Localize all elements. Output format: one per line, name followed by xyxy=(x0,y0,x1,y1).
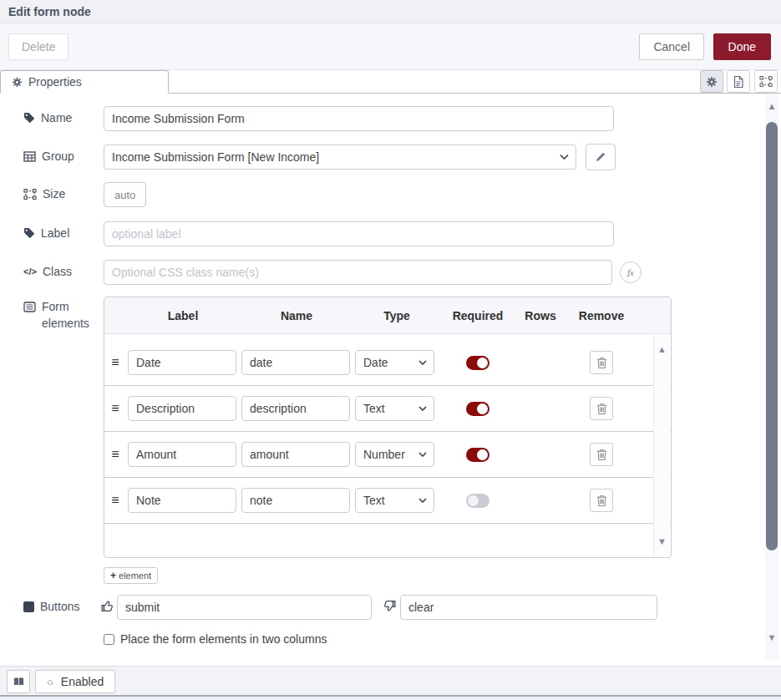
element-label-input[interactable] xyxy=(128,442,236,467)
element-type-select[interactable]: Text xyxy=(355,396,434,421)
element-name-input[interactable] xyxy=(241,442,350,467)
gear-icon xyxy=(12,77,23,88)
code-icon: </> xyxy=(23,266,37,276)
done-button[interactable]: Done xyxy=(713,33,771,60)
col-header-remove: Remove xyxy=(565,309,637,322)
form-element-row: ≡ Text xyxy=(104,478,671,524)
gear-icon xyxy=(706,76,718,88)
element-label-input[interactable] xyxy=(128,350,236,375)
edit-form-node-dialog: Edit form node Delete Cancel Done Proper… xyxy=(0,0,781,700)
form-elements-table: Label Name Type Required Rows Remove ≡ D… xyxy=(104,297,672,558)
tag-icon xyxy=(23,227,35,239)
size-auto-button[interactable]: auto xyxy=(104,182,146,207)
required-toggle[interactable] xyxy=(466,402,489,416)
trash-icon xyxy=(596,495,607,507)
scroll-up-icon[interactable]: ▲ xyxy=(657,345,667,354)
col-header-type: Type xyxy=(353,309,440,322)
trash-icon xyxy=(596,403,607,415)
trash-icon xyxy=(596,449,607,461)
trash-icon xyxy=(596,357,607,369)
scroll-down-icon[interactable]: ▼ xyxy=(765,633,778,642)
pencil-icon xyxy=(595,151,606,163)
element-label-input[interactable] xyxy=(128,488,236,513)
object-group-icon xyxy=(759,75,773,88)
name-input[interactable] xyxy=(104,106,614,131)
properties-tab-button[interactable] xyxy=(700,70,723,93)
element-name-input[interactable] xyxy=(241,396,350,421)
col-header-rows: Rows xyxy=(515,309,565,322)
form-elements-field-label: Form elements xyxy=(23,298,82,332)
class-input[interactable] xyxy=(104,260,612,285)
dialog-title: Edit form node xyxy=(8,5,91,18)
tab-properties[interactable]: Properties xyxy=(0,70,169,94)
dialog-scrollbar[interactable]: ▲ ▼ xyxy=(765,94,778,660)
elements-table-header: Label Name Type Required Rows Remove xyxy=(104,297,671,334)
cancel-button[interactable]: Cancel xyxy=(639,33,704,60)
required-toggle[interactable] xyxy=(466,448,489,462)
table-icon xyxy=(23,151,36,162)
edit-group-button[interactable] xyxy=(586,144,616,170)
elements-table-body: ≡ Date ≡ Text xyxy=(104,334,671,557)
square-icon xyxy=(23,601,34,612)
thumbs-down-icon xyxy=(383,599,397,613)
element-label-input[interactable] xyxy=(128,396,236,421)
delete-element-button[interactable] xyxy=(590,397,613,420)
element-name-input[interactable] xyxy=(241,488,350,513)
two-columns-label: Place the form elements in two columns xyxy=(120,632,327,646)
element-type-select[interactable]: Number xyxy=(355,442,434,467)
label-field-label: Label xyxy=(23,226,69,240)
element-name-input[interactable] xyxy=(241,350,350,375)
tab-bar: Properties xyxy=(0,70,781,94)
node-help-button[interactable] xyxy=(7,670,30,693)
required-toggle[interactable] xyxy=(466,494,489,508)
dialog-footer: ○ Enabled xyxy=(0,666,781,695)
thumbs-up-icon xyxy=(100,599,114,613)
appearance-tab-button[interactable] xyxy=(754,70,778,93)
delete-element-button[interactable] xyxy=(590,351,613,374)
dialog-button-bar: Delete Cancel Done xyxy=(0,23,781,70)
book-icon xyxy=(13,676,25,687)
drag-handle-icon[interactable]: ≡ xyxy=(104,401,126,416)
list-alt-icon xyxy=(23,302,36,312)
two-columns-row: Place the form elements in two columns xyxy=(104,632,327,646)
object-group-icon xyxy=(23,188,37,200)
circle-icon: ○ xyxy=(47,677,53,687)
delete-button[interactable]: Delete xyxy=(8,33,68,60)
description-tab-button[interactable] xyxy=(727,70,750,93)
expand-editor-button[interactable]: fx xyxy=(620,261,642,283)
scroll-up-icon[interactable]: ▲ xyxy=(765,102,778,111)
clear-button-label-input[interactable] xyxy=(400,595,657,620)
col-header-required: Required xyxy=(440,309,515,322)
class-field-label: </> Class xyxy=(23,265,72,278)
required-toggle[interactable] xyxy=(466,356,489,370)
delete-element-button[interactable] xyxy=(590,489,613,512)
scrollbar-thumb[interactable] xyxy=(766,122,778,550)
element-type-select[interactable]: Text xyxy=(355,488,434,513)
add-element-button[interactable]: + element xyxy=(104,567,158,584)
drag-handle-icon[interactable]: ≡ xyxy=(104,493,126,508)
group-select[interactable]: Income Submission Form [New Income] xyxy=(104,145,576,170)
label-input[interactable] xyxy=(104,221,614,246)
enabled-toggle-button[interactable]: ○ Enabled xyxy=(35,670,115,693)
col-header-label: Label xyxy=(126,309,240,322)
delete-element-button[interactable] xyxy=(590,443,613,466)
buttons-field-label: Buttons xyxy=(23,600,79,613)
tab-properties-label: Properties xyxy=(28,75,82,89)
enabled-label: Enabled xyxy=(61,675,104,688)
file-text-icon xyxy=(733,75,744,89)
scroll-down-icon[interactable]: ▼ xyxy=(657,537,667,546)
drag-handle-icon[interactable]: ≡ xyxy=(104,355,126,370)
drag-handle-icon[interactable]: ≡ xyxy=(104,447,126,462)
name-field-label: Name xyxy=(23,111,72,124)
properties-panel: Name Group Income Submission Form [New I… xyxy=(0,94,781,660)
tag-icon xyxy=(23,112,35,124)
size-field-label: Size xyxy=(23,187,65,200)
submit-button-label-input[interactable] xyxy=(117,595,372,620)
workspace-edge xyxy=(0,695,781,700)
col-header-name: Name xyxy=(240,309,353,322)
elements-table-scrollbar[interactable]: ▲ ▼ xyxy=(653,335,670,556)
form-element-row: ≡ Date xyxy=(104,340,671,386)
plus-icon: + xyxy=(110,570,116,581)
element-type-select[interactable]: Date xyxy=(355,350,434,375)
two-columns-checkbox[interactable] xyxy=(104,634,114,645)
